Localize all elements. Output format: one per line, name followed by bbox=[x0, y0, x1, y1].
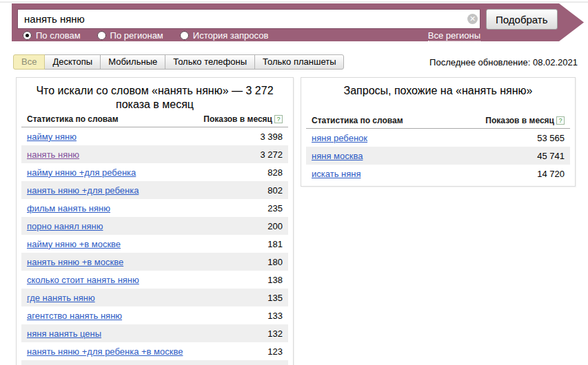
column-impressions-label: Показов в месяц? bbox=[485, 116, 565, 125]
impressions-value: 802 bbox=[267, 185, 283, 196]
table-rows: найму няню 3 398 нанять няню 3 272 найму… bbox=[21, 127, 288, 365]
search-mode-label: По регионам bbox=[110, 30, 163, 41]
table-row: нанять няню +для ребенка +в москве 123 bbox=[21, 342, 288, 360]
keyword-link[interactable]: агентство нанять няню bbox=[27, 311, 122, 321]
submit-button[interactable]: Подобрать bbox=[486, 9, 558, 30]
table-row: порно нанял няню 200 bbox=[21, 217, 288, 235]
table-row: где нанять няню 135 bbox=[21, 289, 288, 306]
device-tab[interactable]: Только телефоны bbox=[165, 54, 255, 70]
impressions-value: 133 bbox=[267, 311, 283, 321]
keyword-link[interactable]: нанять няню +в москве bbox=[27, 257, 123, 267]
keyword-link[interactable]: няня москва bbox=[312, 151, 363, 161]
impressions-value: 138 bbox=[267, 275, 283, 285]
keyword-link[interactable]: нанять няню +для ребенка bbox=[27, 185, 139, 196]
column-keyword-label: Статистика по словам bbox=[312, 116, 403, 125]
impressions-value: 3 398 bbox=[260, 132, 283, 142]
table-header: Статистика по словам Показов в месяц? bbox=[306, 113, 570, 129]
help-icon[interactable]: ? bbox=[556, 116, 565, 125]
radio-icon bbox=[23, 31, 32, 40]
table-row: няня ребенок 53 565 bbox=[306, 129, 570, 147]
help-icon[interactable]: ? bbox=[274, 115, 283, 123]
impressions-value: 200 bbox=[267, 221, 283, 231]
panel-title: Что искали со словом «нанять няню» — 3 2… bbox=[34, 84, 276, 112]
search-header-bar: ✕ Подобрать По словам По регионам Истори… bbox=[12, 3, 584, 41]
impressions-value: 132 bbox=[267, 328, 283, 339]
table-row: найму няню +в москве 181 bbox=[21, 235, 288, 253]
search-input[interactable] bbox=[17, 9, 480, 29]
page-top-divider bbox=[0, 1, 588, 3]
table-row: найму няню +для ребенка 828 bbox=[21, 163, 288, 181]
keyword-link[interactable]: найму няню +в москве bbox=[27, 239, 121, 249]
search-mode-label: По словам bbox=[36, 30, 81, 41]
keyword-link[interactable]: няня нанять цены bbox=[27, 328, 101, 339]
impressions-value: 828 bbox=[267, 167, 283, 178]
keyword-link[interactable]: найму няню +для ребенка bbox=[27, 167, 136, 178]
radio-icon bbox=[97, 31, 106, 40]
column-impressions-label: Показов в месяц? bbox=[203, 114, 283, 124]
last-update-text: Последнее обновление: 08.02.2021 bbox=[429, 57, 578, 67]
clear-icon[interactable]: ✕ bbox=[467, 14, 478, 24]
impressions-value: 235 bbox=[267, 203, 283, 213]
table-header: Статистика по словам Показов в месяц? bbox=[21, 112, 288, 127]
search-mode-label: История запросов bbox=[193, 30, 269, 41]
impressions-value: 135 bbox=[267, 293, 283, 303]
panel-search-stats: Что искали со словом «нанять няню» — 3 2… bbox=[16, 77, 294, 365]
keyword-link[interactable]: искать няня bbox=[312, 169, 361, 179]
panel-title: Запросы, похожие на «нанять няню» bbox=[301, 84, 575, 98]
keyword-link[interactable]: сколько стоит нанять няню bbox=[27, 275, 139, 285]
impressions-value: 180 bbox=[267, 257, 283, 267]
table-row: няня нанять цены 132 bbox=[21, 324, 288, 342]
impressions-value: 123 bbox=[267, 346, 283, 357]
all-regions-link[interactable]: Все регионы bbox=[428, 30, 480, 41]
impressions-value: 45 741 bbox=[537, 151, 565, 161]
table-row: няня москва 45 741 bbox=[306, 147, 570, 165]
panel-similar-queries: Запросы, похожие на «нанять няню» Статис… bbox=[301, 77, 576, 187]
table-row: нанять няню +для ребенка 802 bbox=[21, 181, 288, 199]
impressions-value: 3 272 bbox=[260, 149, 283, 160]
table-row: 117 bbox=[21, 360, 288, 365]
search-mode-radio[interactable]: История запросов bbox=[180, 30, 269, 41]
search-mode-radio[interactable]: По регионам bbox=[97, 30, 163, 41]
table-row: искать няня 14 720 bbox=[306, 165, 570, 182]
keyword-link[interactable]: фильм нанять няню bbox=[27, 203, 110, 213]
device-tab[interactable]: Только планшеты bbox=[254, 54, 344, 70]
table-row: нанять няню +в москве 180 bbox=[21, 253, 288, 271]
column-keyword-label: Статистика по словам bbox=[27, 114, 119, 124]
impressions-value: 14 720 bbox=[537, 169, 565, 179]
table-row: найму няню 3 398 bbox=[21, 127, 288, 145]
table-row: агентство нанять няню 133 bbox=[21, 306, 288, 324]
keyword-link[interactable]: где нанять няню bbox=[27, 293, 95, 303]
keyword-link[interactable]: найму няню bbox=[27, 132, 77, 142]
impressions-value: 181 bbox=[267, 239, 283, 249]
keyword-link[interactable]: нанять няню bbox=[27, 149, 79, 160]
table-rows: няня ребенок 53 565 няня москва 45 741 и… bbox=[306, 129, 570, 182]
table-row: нанять няню 3 272 bbox=[21, 145, 288, 163]
keyword-link[interactable]: порно нанял няню bbox=[27, 221, 103, 231]
table-row: сколько стоит нанять няню 138 bbox=[21, 271, 288, 289]
device-tabs: ВсеДесктопыМобильныеТолько телефоныТольк… bbox=[13, 54, 344, 70]
keyword-link[interactable]: нанять няню +для ребенка +в москве bbox=[27, 346, 183, 357]
device-tab[interactable]: Все bbox=[13, 54, 45, 70]
keyword-link[interactable]: няня ребенок bbox=[312, 133, 367, 143]
search-mode-group: По словам По регионам История запросов bbox=[23, 30, 268, 41]
table-row: фильм нанять няню 235 bbox=[21, 199, 288, 217]
impressions-value: 53 565 bbox=[537, 133, 565, 143]
radio-icon bbox=[180, 31, 189, 40]
search-mode-radio[interactable]: По словам bbox=[23, 30, 81, 41]
device-tab[interactable]: Мобильные bbox=[100, 54, 165, 70]
device-tab[interactable]: Десктопы bbox=[44, 54, 101, 70]
